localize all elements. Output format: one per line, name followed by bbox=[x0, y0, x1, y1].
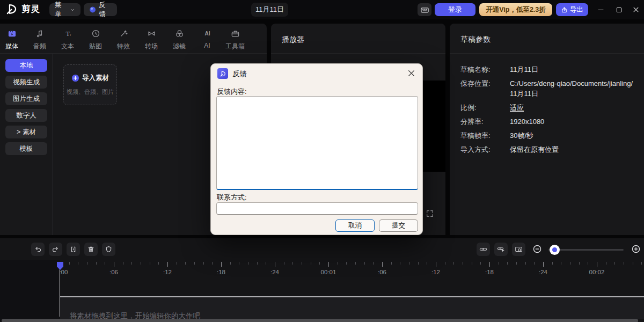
preview-frame-button[interactable] bbox=[512, 243, 525, 256]
mask-button[interactable] bbox=[102, 243, 115, 256]
param-label: 草稿帧率: bbox=[460, 130, 510, 141]
timeline-ruler-labels: 00:00:06:12:18:2400:01:06:12:18:2400:02 bbox=[0, 269, 644, 276]
ruler-tick bbox=[248, 262, 248, 265]
ruler-tick bbox=[445, 262, 445, 265]
feedback-button[interactable]: 反馈 bbox=[84, 3, 117, 16]
tab-effects[interactable]: 特效 bbox=[109, 27, 137, 53]
ruler-tick bbox=[284, 262, 284, 265]
zoom-in-button[interactable] bbox=[631, 244, 641, 254]
params-list: 草稿名称: 11月11日 保存位置: C:/Users/deng-qiao/Do… bbox=[460, 64, 633, 158]
sidebar-divider bbox=[52, 54, 53, 235]
menu-button-label: 菜单 bbox=[55, 1, 67, 19]
param-label: 导入方式: bbox=[460, 144, 510, 155]
sidebar-item-video-gen[interactable]: 视频生成 bbox=[5, 76, 47, 89]
ruler-tick bbox=[275, 262, 275, 267]
plus-icon bbox=[71, 74, 79, 82]
window-close-button[interactable] bbox=[628, 0, 644, 19]
ruler-tick bbox=[78, 262, 78, 265]
timeline-zoom-slider-track[interactable] bbox=[548, 249, 624, 251]
ruler-tick bbox=[203, 262, 204, 265]
dialog-close-button[interactable] bbox=[407, 69, 416, 78]
tab-audio[interactable]: 音频 bbox=[26, 27, 54, 53]
zoom-out-button[interactable] bbox=[532, 244, 542, 254]
import-material-card[interactable]: 导入素材 视频、音频、图片 bbox=[63, 64, 117, 105]
shortcuts-button[interactable] bbox=[418, 3, 431, 16]
ruler-label: :12 bbox=[420, 269, 452, 275]
ruler-label: :06 bbox=[98, 269, 130, 275]
link-button[interactable] bbox=[477, 243, 490, 256]
split-icon bbox=[69, 245, 77, 253]
feedback-content-input[interactable] bbox=[216, 96, 418, 190]
horizontal-scrollbar[interactable] bbox=[2, 319, 638, 322]
tab-media[interactable]: 媒体 bbox=[0, 27, 26, 53]
tab-filter-label: 滤镜 bbox=[165, 42, 193, 51]
ruler-tick bbox=[96, 262, 97, 265]
params-divider bbox=[450, 53, 644, 54]
param-row-resolution: 分辨率: 1920x1080 bbox=[460, 116, 633, 127]
ruler-tick bbox=[507, 262, 508, 265]
sidebar-item-template[interactable]: 模板 bbox=[5, 142, 47, 155]
ruler-tick bbox=[561, 262, 561, 265]
vip-button[interactable]: 开通Vip，低至2.3折 bbox=[479, 3, 552, 16]
ruler-tick bbox=[131, 262, 132, 265]
export-button-label: 导出 bbox=[570, 5, 583, 14]
contact-input[interactable] bbox=[216, 202, 418, 215]
ruler-tick bbox=[606, 262, 606, 265]
minimize-button[interactable] bbox=[592, 0, 609, 19]
tab-ai[interactable]: AI AI bbox=[193, 27, 221, 53]
tab-transition[interactable]: 转场 bbox=[137, 27, 165, 53]
tab-text-label: 文本 bbox=[54, 42, 82, 51]
fullscreen-button[interactable] bbox=[426, 209, 434, 218]
param-value: 1920x1080 bbox=[510, 116, 633, 127]
redo-button[interactable] bbox=[49, 243, 62, 256]
feedback-button-label: 反馈 bbox=[99, 1, 112, 19]
keyboard-icon bbox=[420, 5, 429, 14]
login-button[interactable]: 登录 bbox=[435, 3, 475, 16]
draft-params-panel: 草稿参数 草稿名称: 11月11日 保存位置: C:/Users/deng-qi… bbox=[450, 24, 644, 235]
param-value: 11月11日 bbox=[510, 64, 633, 75]
tab-text[interactable]: Tr 文本 bbox=[54, 27, 82, 53]
filter-icon bbox=[175, 29, 184, 38]
dialog-close-icon bbox=[407, 69, 416, 78]
param-label: 保存位置: bbox=[460, 78, 510, 99]
close-icon bbox=[632, 6, 640, 13]
sidebar-item-local[interactable]: 本地 bbox=[5, 59, 47, 72]
ruler-tick bbox=[105, 262, 105, 265]
submit-button[interactable]: 提交 bbox=[379, 219, 418, 232]
fullscreen-icon bbox=[426, 209, 434, 218]
undo-icon bbox=[34, 245, 42, 253]
sticker-icon bbox=[91, 29, 100, 38]
dialog-logo-icon bbox=[219, 70, 226, 77]
tab-toolbox[interactable]: 工具箱 bbox=[221, 27, 249, 53]
tab-sticker[interactable]: 贴图 bbox=[82, 27, 109, 53]
sidebar-item-digital-human[interactable]: 数字人 bbox=[5, 109, 47, 122]
menu-button[interactable]: 菜单 bbox=[49, 3, 80, 16]
timeline-ruler[interactable] bbox=[0, 262, 644, 267]
player-panel-title: 播放器 bbox=[282, 35, 304, 45]
ruler-tick bbox=[221, 262, 222, 267]
ruler-tick bbox=[373, 262, 374, 265]
param-value-ratio-link[interactable]: 适应 bbox=[510, 103, 633, 113]
app-logo-icon bbox=[5, 3, 18, 16]
delete-button[interactable] bbox=[84, 243, 98, 256]
ruler-tick bbox=[597, 262, 597, 267]
sidebar-item-image-gen[interactable]: 图片生成 bbox=[5, 92, 47, 105]
auto-link-button[interactable] bbox=[494, 243, 508, 256]
ruler-tick bbox=[400, 262, 400, 265]
cancel-button[interactable]: 取消 bbox=[335, 219, 375, 232]
export-button[interactable]: 导出 bbox=[556, 3, 588, 16]
param-row-import-mode: 导入方式: 保留在原有位置 bbox=[460, 144, 633, 155]
ruler-tick bbox=[346, 262, 347, 265]
svg-text:r: r bbox=[69, 32, 71, 37]
undo-button[interactable] bbox=[31, 243, 45, 256]
audio-icon bbox=[35, 29, 45, 38]
tab-filter[interactable]: 滤镜 bbox=[165, 27, 193, 53]
sidebar-item-material[interactable]: > 素材 bbox=[5, 126, 47, 138]
export-icon bbox=[561, 6, 568, 13]
maximize-button[interactable] bbox=[611, 0, 627, 19]
ruler-tick bbox=[534, 262, 535, 265]
split-button[interactable] bbox=[67, 243, 80, 256]
timeline-zoom-slider-thumb[interactable] bbox=[550, 245, 560, 255]
tab-audio-label: 音频 bbox=[26, 42, 54, 51]
playhead-line bbox=[60, 268, 60, 317]
